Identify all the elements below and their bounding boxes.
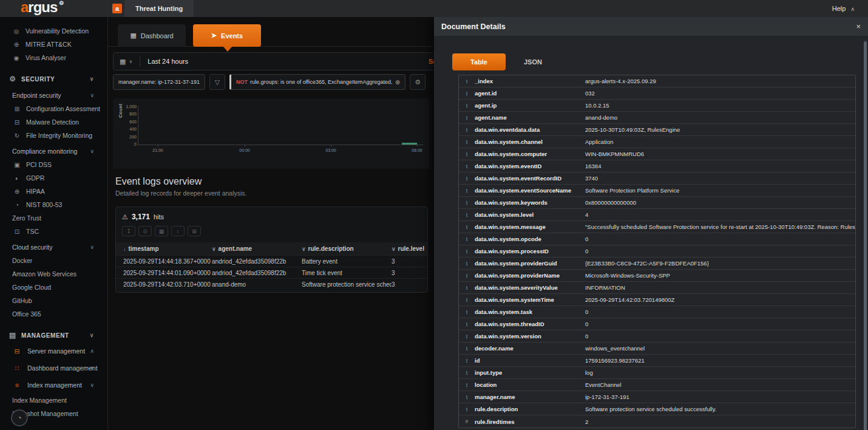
sidebar-item-endpoint-security[interactable]: Endpoint security∨ (0, 89, 107, 102)
sidebar-item-configuration-assessment[interactable]: ⊞Configuration Assessment (0, 102, 107, 115)
field-row-data-win-system-computer[interactable]: tdata.win.system.computerWIN-BMKPMNMRUD6 (459, 148, 855, 160)
text-type-icon: t (459, 90, 475, 97)
sidebar-item-nist-800-53[interactable]: ◔NIST 800-53 (0, 198, 107, 211)
close-icon[interactable]: × (856, 17, 861, 36)
text-type-icon: t (459, 200, 475, 206)
tab-events[interactable]: ➤ Events (193, 24, 261, 47)
filter-chip-rule-groups-not[interactable]: NOT rule.groups: is one of office365, Ex… (229, 74, 405, 90)
field-row-rule-firedtimes[interactable]: #rule.firedtimes2 (459, 415, 855, 428)
field-row-agent-ip[interactable]: tagent.ip10.0.2.15 (459, 100, 855, 112)
field-row-manager-name[interactable]: tmanager.nameip-172-31-37-191 (459, 391, 855, 403)
field-row-data-win-system-keywords[interactable]: tdata.win.system.keywords0x8000000000000… (459, 197, 855, 209)
sort-button[interactable]: ↕ (171, 226, 185, 236)
field-row-data-win-system-threadid[interactable]: tdata.win.system.threadID0 (459, 318, 855, 330)
column-header-rule-description[interactable]: ∨rule.description (302, 245, 392, 252)
server-management-icon: ⊟ (13, 347, 21, 355)
field-value: 2025-09-29T14:42:03.720149800Z (585, 296, 855, 303)
search-button[interactable]: Search (429, 58, 434, 65)
sidebar-item-mitre-att-ck[interactable]: ⊕MITRE ATT&CK (0, 38, 107, 51)
sidebar-item-pci-dss[interactable]: ▣PCI DSS (0, 158, 107, 171)
sidebar-item-vulnerability-detection[interactable]: ◎Vulnerability Detection (0, 24, 107, 38)
field-row-data-win-eventdata-data[interactable]: tdata.win.eventdata.data2025-10-30T10:49… (459, 124, 855, 136)
sidebar-item-cloud-security[interactable]: Cloud security∨ (0, 241, 107, 254)
sidebar-item-tsc[interactable]: ⊡TSC (0, 225, 107, 238)
field-row-data-win-system-providerguid[interactable]: tdata.win.system.providerGuid{E23B33B0-C… (459, 258, 855, 270)
help-menu[interactable]: Help∧ (832, 0, 855, 17)
table-row[interactable]: 2025-09-29T14:44:18.367+0000andriod_42ef… (116, 255, 427, 267)
sidebar-item-security[interactable]: ⚙SECURITY∨ (0, 72, 107, 86)
field-row-data-win-system-level[interactable]: tdata.win.system.level4 (459, 209, 855, 221)
remove-filter-icon[interactable]: ⊗ (395, 79, 400, 86)
sidebar-item-office-365[interactable]: Office 365 (0, 307, 107, 321)
field-row-agent-id[interactable]: tagent.id032 (459, 87, 855, 100)
column-header-rule-level[interactable]: ∨rule.level (392, 245, 425, 252)
field-row-data-win-system-task[interactable]: tdata.win.system.task0 (459, 306, 855, 318)
field-row-data-win-system-version[interactable]: tdata.win.system.version0 (459, 330, 855, 343)
add-filter-button[interactable]: ▽ (209, 74, 225, 90)
filter-settings-button[interactable]: ⚙ (410, 74, 426, 90)
field-row-data-win-system-providername[interactable]: tdata.win.system.providerNameMicrosoft-W… (459, 270, 855, 282)
field-row-rule-description[interactable]: trule.descriptionSoftware protection ser… (459, 403, 855, 415)
field-key: data.win.system.message (475, 224, 585, 230)
cell-agent-name: andriod_42efdad35098f22b (212, 258, 302, 265)
panel-scrollbar[interactable] (864, 39, 867, 430)
flag-button[interactable]: ⚑ (430, 74, 434, 90)
sidebar-item-index-management[interactable]: ≡Index management∨ (0, 377, 107, 394)
field-row-decoder-name[interactable]: tdecoder.namewindows_eventchannel (459, 343, 855, 355)
help-fab-button[interactable]: ◔ (11, 409, 28, 426)
text-type-icon: t (459, 321, 475, 327)
sidebar-item-github[interactable]: GitHub (0, 294, 107, 307)
panel-tab-table[interactable]: Table (452, 53, 506, 70)
tab-threat-hunting[interactable]: Threat Hunting (124, 0, 194, 17)
refresh-button[interactable]: ⊙ (138, 226, 152, 236)
table-row[interactable]: 2025-09-29T14:42:03.710+0000anand-demoSo… (116, 278, 427, 290)
sidebar-item-server-management[interactable]: ⊟Server management∧ (0, 343, 107, 360)
filter-chip-manager-name[interactable]: manager.name: ip-172-31-37-191 (113, 74, 205, 90)
expand-button[interactable]: ⊞ (188, 226, 201, 236)
panel-tab-json[interactable]: JSON (524, 53, 542, 70)
dashboard-management-icon: ∷ (13, 364, 21, 372)
sidebar-item-label: Vulnerability Detection (25, 27, 89, 35)
histogram-bar[interactable] (402, 143, 417, 145)
sidebar-item-google-cloud[interactable]: Google Cloud (0, 281, 107, 294)
field-row-input-type[interactable]: tinput.typelog (459, 367, 855, 379)
field-value: 0 (585, 248, 855, 254)
table-row[interactable]: 2025-09-29T14:44:01.090+0000andriod_42ef… (116, 267, 427, 278)
sidebar-item-management[interactable]: ▤MANAGEMENT∨ (0, 328, 107, 343)
sidebar-item-virus-analyser[interactable]: ◉Virus Analyser (0, 51, 107, 64)
sidebar-item-file-integrity-monitoring[interactable]: ↻File Integrity Monitoring (0, 129, 107, 142)
field-row-data-win-system-severityvalue[interactable]: tdata.win.system.severityValueINFORMATIO… (459, 282, 855, 294)
columns-button[interactable]: ▦ (155, 226, 168, 236)
field-row-data-win-system-eventrecordid[interactable]: tdata.win.system.eventRecordID3740 (459, 172, 855, 185)
sidebar-item-zero-trust[interactable]: Zero Trust (0, 211, 107, 225)
field-row-location[interactable]: tlocationEventChannel (459, 379, 855, 391)
download-button[interactable]: ↧ (122, 226, 135, 236)
sidebar-item-compliance-monitoring[interactable]: Compliance monitoring∨ (0, 145, 107, 158)
sidebar-item-docker[interactable]: Docker (0, 254, 107, 267)
field-row-data-win-system-channel[interactable]: tdata.win.system.channelApplication (459, 136, 855, 148)
field-row-data-win-system-processid[interactable]: tdata.win.system.processID0 (459, 245, 855, 258)
field-key: data.win.system.eventID (475, 163, 585, 169)
text-type-icon: t (459, 382, 475, 388)
sidebar-item-malware-detection[interactable]: ⊟Malware Detection (0, 115, 107, 129)
field-row-index[interactable]: t_indexargus-alerts-4.x-2025.09.29 (459, 75, 855, 87)
field-row-agent-name[interactable]: tagent.nameanand-demo (459, 112, 855, 124)
field-row-data-win-system-message[interactable]: tdata.win.system.message"Successfully sc… (459, 221, 855, 233)
tab-dashboard[interactable]: ▦ Dashboard (118, 24, 186, 47)
sidebar-item-amazon-web-services[interactable]: Amazon Web Services (0, 267, 107, 281)
field-row-id[interactable]: tid1759156923.98237621 (459, 355, 855, 367)
sidebar-item-dashboard-management[interactable]: ∷Dashboard management∧ (0, 360, 107, 377)
field-row-data-win-system-eventsourcename[interactable]: tdata.win.system.eventSourceNameSoftware… (459, 185, 855, 197)
cell-rule-level: 3 (392, 258, 425, 265)
column-header-agent-name[interactable]: ∨agent.name (212, 245, 302, 252)
sidebar-item-hipaa[interactable]: ⊕HIPAA (0, 185, 107, 198)
sidebar-item-gdpr[interactable]: ◐GDPR (0, 171, 107, 185)
field-row-data-win-system-eventid[interactable]: tdata.win.system.eventID16384 (459, 160, 855, 172)
field-row-data-win-system-systemtime[interactable]: tdata.win.system.systemTime2025-09-29T14… (459, 294, 855, 306)
sidebar-item-index-management[interactable]: Index Management (0, 394, 107, 407)
field-value: Software protection service scheduled su… (585, 406, 855, 412)
column-header-timestamp[interactable]: ↓timestamp (116, 245, 212, 252)
scrollbar-thumb[interactable] (864, 41, 867, 430)
time-range-picker[interactable]: ▦ ∨ Last 24 hours Search (113, 52, 434, 70)
field-row-data-win-system-opcode[interactable]: tdata.win.system.opcode0 (459, 233, 855, 245)
